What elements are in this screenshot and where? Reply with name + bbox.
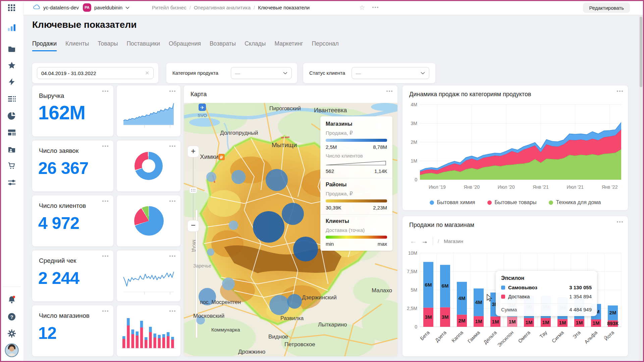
legend-item[interactable]: Бытовая химия	[430, 199, 475, 205]
svg-text:Эпсилон: Эпсилон	[496, 329, 515, 348]
more-menu-icon[interactable]	[102, 310, 108, 312]
svg-text:0: 0	[415, 324, 417, 329]
datalens-logo-icon[interactable]	[8, 23, 16, 32]
svg-text:6М: 6М	[442, 283, 449, 289]
more-menu-icon[interactable]	[169, 90, 175, 92]
legend-item[interactable]: Бытовые товары	[487, 199, 537, 205]
forward-arrow-icon[interactable]: →	[421, 238, 428, 244]
scrollbar-track[interactable]	[639, 15, 643, 361]
more-menu-icon[interactable]	[386, 90, 392, 92]
dashboard-icon[interactable]	[8, 128, 16, 136]
kpi-value: 162М	[38, 102, 86, 124]
more-menu-icon[interactable]	[169, 145, 175, 147]
user-avatar[interactable]	[5, 343, 19, 357]
legend-gradient-stores	[326, 139, 387, 142]
donut-hole	[142, 159, 155, 173]
clear-icon[interactable]: ✕	[145, 70, 149, 76]
date-filter-card: 04.04.2019 - 31.03.2022 ✕	[32, 63, 158, 83]
cart-icon[interactable]	[7, 161, 16, 170]
svg-text:4М: 4М	[459, 295, 466, 301]
nav-divider	[433, 237, 433, 245]
category-filter-select[interactable]: —	[231, 67, 292, 79]
favorite-star-icon[interactable]: ☆	[359, 0, 365, 15]
tooltip-row: Самовывоз 3 130 055	[501, 285, 592, 290]
more-menu-icon[interactable]	[102, 145, 108, 147]
date-range-input[interactable]: 04.04.2019 - 31.03.2022 ✕	[37, 67, 154, 79]
breadcrumb-item[interactable]: Оперативная аналитика	[194, 5, 251, 10]
svg-text:−: −	[191, 221, 196, 230]
lightning-icon[interactable]	[8, 78, 16, 86]
drilldown-level[interactable]: Магазин	[444, 238, 463, 244]
zoom-out-button[interactable]: −	[187, 220, 199, 232]
category-filter-value: —	[235, 70, 240, 76]
svg-text:0: 0	[415, 177, 417, 182]
svg-text:1М: 1М	[542, 319, 549, 325]
legend-min: 562	[326, 168, 334, 174]
tab-Товары[interactable]: Товары	[98, 40, 118, 51]
shared-folder-icon[interactable]	[8, 145, 16, 154]
svg-text:7,5М: 7,5М	[407, 269, 417, 274]
more-menu-icon[interactable]	[102, 200, 108, 202]
breadcrumb-item[interactable]: Ритейл бизнес	[152, 5, 186, 10]
kpi-label: Выручка	[39, 92, 64, 100]
more-menu-icon[interactable]	[102, 90, 108, 92]
breadcrumb-item[interactable]: Ключевые показатели	[258, 5, 310, 10]
svg-text:Эта: Эта	[572, 329, 582, 340]
more-menu-icon[interactable]	[372, 0, 378, 15]
more-menu-icon[interactable]	[102, 255, 108, 257]
apps-grid-icon[interactable]	[8, 4, 16, 12]
breadcrumb-separator: /	[254, 5, 255, 10]
legend-gradient-clients	[326, 236, 387, 239]
top-bar: yc-datalens-dev PA paveldubinin Ритейл б…	[23, 0, 644, 15]
scrollbar-thumb[interactable]	[640, 17, 642, 87]
svg-text:Московский: Московский	[193, 313, 224, 319]
date-range-value: 04.04.2019 - 31.03.2022	[41, 70, 96, 76]
legend-item[interactable]: Техника для дома	[549, 199, 601, 205]
tab-Маркетинг[interactable]: Маркетинг	[274, 40, 303, 51]
drilldown-nav: ← → / Магазин	[410, 237, 463, 245]
breadcrumb: Ритейл бизнес/Оперативная аналитика/Ключ…	[152, 0, 310, 15]
kpi-card-clients: Число клиентов 4 972	[32, 195, 113, 246]
svg-text:Химки: Химки	[200, 153, 218, 160]
clients-pie-chart	[134, 206, 164, 236]
favorites-star-icon[interactable]	[8, 61, 16, 69]
mini-chart-card-avg-check-line	[117, 250, 180, 301]
svg-text:Коммунарка: Коммунарка	[211, 327, 240, 333]
pie-chart-icon[interactable]	[8, 112, 16, 120]
svg-text:МКАД: МКАД	[192, 240, 197, 252]
back-arrow-icon[interactable]: ←	[410, 238, 417, 244]
status-filter-select[interactable]: —	[352, 67, 429, 79]
folder-icon[interactable]	[8, 45, 16, 53]
edit-button[interactable]: Редактировать	[583, 3, 630, 13]
zoom-in-button[interactable]: +	[187, 146, 199, 157]
tab-Возвраты[interactable]: Возвраты	[210, 40, 236, 51]
tab-Клиенты[interactable]: Клиенты	[65, 40, 89, 51]
list-rows-icon[interactable]	[8, 95, 16, 103]
tune-sliders-icon[interactable]	[7, 178, 16, 187]
legend-min: 30,39К	[326, 205, 341, 210]
svg-text:Июл '20: Июл '20	[498, 184, 515, 190]
svg-text:Дзержинский: Дзержинский	[302, 294, 337, 301]
chevron-down-icon	[125, 4, 129, 10]
more-menu-icon[interactable]	[169, 255, 175, 257]
tab-Продажи[interactable]: Продажи	[32, 40, 57, 51]
tenant-switcher[interactable]: yc-datalens-dev PA paveldubinin	[33, 0, 129, 15]
tab-Персонал[interactable]: Персонал	[312, 40, 338, 51]
more-menu-icon[interactable]	[617, 90, 623, 92]
more-menu-icon[interactable]	[169, 200, 175, 202]
tab-Поставщики[interactable]: Поставщики	[126, 40, 160, 51]
breadcrumb-slash: /	[438, 238, 439, 244]
mini-chart-card-clients-pie	[117, 195, 180, 246]
status-filter-label: Статус клиента	[309, 70, 345, 76]
more-menu-icon[interactable]	[617, 221, 623, 223]
settings-gear-icon[interactable]	[7, 329, 16, 338]
notifications-bell-icon[interactable]	[7, 295, 16, 304]
svg-text:Долгопрудный: Долгопрудный	[220, 130, 258, 136]
zoom-drag-handle[interactable]	[190, 187, 197, 193]
svg-text:Заречье: Заречье	[193, 263, 211, 268]
svg-text:2М: 2М	[609, 310, 616, 315]
svg-text:1М: 1М	[492, 319, 499, 324]
help-icon[interactable]: ?	[7, 312, 16, 321]
tab-Обращения[interactable]: Обращения	[169, 40, 201, 51]
tab-Склады[interactable]: Склады	[245, 40, 266, 51]
